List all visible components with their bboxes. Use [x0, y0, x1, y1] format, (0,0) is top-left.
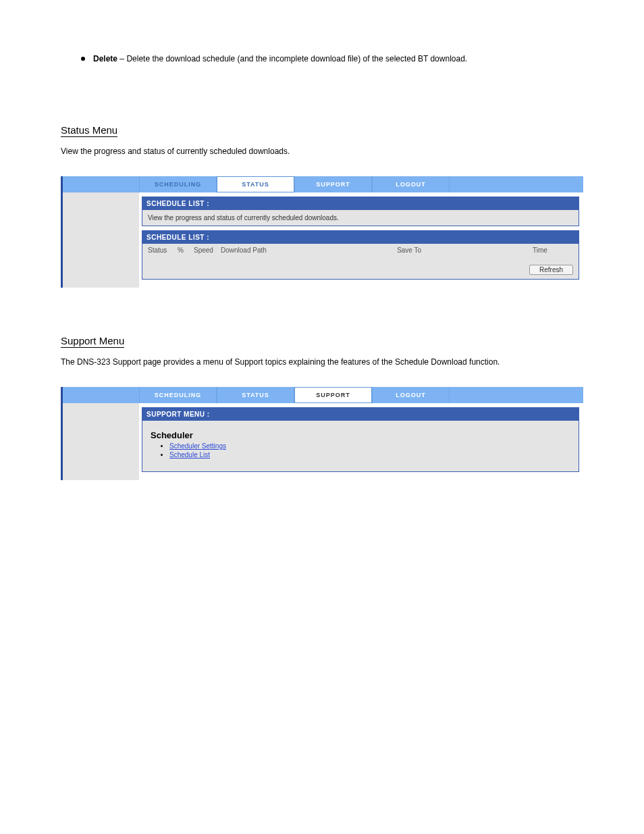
tab-support[interactable]: SUPPORT — [294, 387, 372, 403]
support-body: Scheduler Scheduler Settings Schedule Li… — [142, 421, 579, 471]
tab-status[interactable]: STATUS — [217, 176, 294, 192]
support-tabs: SCHEDULING STATUS SUPPORT LOGOUT — [63, 387, 583, 403]
tab-spacer — [450, 176, 583, 192]
tab-spacer — [450, 387, 583, 403]
support-content: SUPPORT MENU : Scheduler Scheduler Setti… — [139, 403, 583, 480]
link-schedule-list[interactable]: Schedule List — [169, 451, 210, 459]
tab-support[interactable]: SUPPORT — [294, 176, 372, 192]
side-gutter — [63, 403, 139, 480]
status-ui-frame: SCHEDULING STATUS SUPPORT LOGOUT SCHEDUL… — [61, 176, 583, 288]
col-time: Time — [533, 246, 573, 254]
support-menu-desc: The DNS-323 Support page provides a menu… — [61, 357, 583, 367]
col-status: Status — [148, 246, 178, 254]
list-item: Scheduler Settings — [169, 442, 570, 450]
panel-header: SCHEDULE LIST : — [142, 231, 579, 244]
support-link-list: Scheduler Settings Schedule List — [169, 442, 570, 459]
tab-scheduling[interactable]: SCHEDULING — [139, 176, 217, 192]
support-ui-frame: SCHEDULING STATUS SUPPORT LOGOUT SUPPORT… — [61, 387, 583, 480]
delete-bullet: Delete – Delete the download schedule (a… — [81, 54, 583, 63]
schedule-list-info-panel: SCHEDULE LIST : View the progress and st… — [142, 197, 579, 226]
status-content: SCHEDULE LIST : View the progress and st… — [139, 192, 583, 288]
tab-scheduling[interactable]: SCHEDULING — [139, 387, 217, 403]
delete-bullet-text: Delete – Delete the download schedule (a… — [93, 54, 467, 63]
scheduler-group-title: Scheduler — [151, 430, 570, 440]
tab-spacer — [63, 176, 139, 192]
col-speed: Speed — [194, 246, 221, 254]
tab-status[interactable]: STATUS — [217, 387, 294, 403]
col-save-to: Save To — [397, 246, 533, 254]
status-menu-heading: Status Menu — [61, 124, 117, 137]
col-percent: % — [178, 246, 194, 254]
delete-desc: Delete the download schedule (and the in… — [126, 54, 467, 63]
tab-logout[interactable]: LOGOUT — [372, 176, 450, 192]
delete-label: Delete — [93, 54, 117, 63]
panel-header: SUPPORT MENU : — [142, 408, 579, 421]
link-scheduler-settings[interactable]: Scheduler Settings — [169, 442, 226, 450]
tab-spacer — [63, 387, 139, 403]
status-tabs: SCHEDULING STATUS SUPPORT LOGOUT — [63, 176, 583, 192]
support-menu-heading: Support Menu — [61, 335, 124, 348]
refresh-row: Refresh — [142, 265, 579, 279]
col-download-path: Download Path — [221, 246, 397, 254]
panel-info-text: View the progress and status of currentl… — [142, 210, 579, 226]
refresh-button[interactable]: Refresh — [529, 265, 573, 275]
schedule-list-table-panel: SCHEDULE LIST : Status % Speed Download … — [142, 230, 579, 280]
tab-logout[interactable]: LOGOUT — [372, 387, 450, 403]
side-gutter — [63, 192, 139, 288]
bullet-icon — [81, 57, 85, 61]
list-item: Schedule List — [169, 450, 570, 459]
table-header-row: Status % Speed Download Path Save To Tim… — [142, 244, 579, 265]
panel-header: SCHEDULE LIST : — [142, 197, 579, 210]
support-menu-panel: SUPPORT MENU : Scheduler Scheduler Setti… — [142, 407, 579, 472]
status-menu-desc: View the progress and status of currentl… — [61, 147, 583, 156]
